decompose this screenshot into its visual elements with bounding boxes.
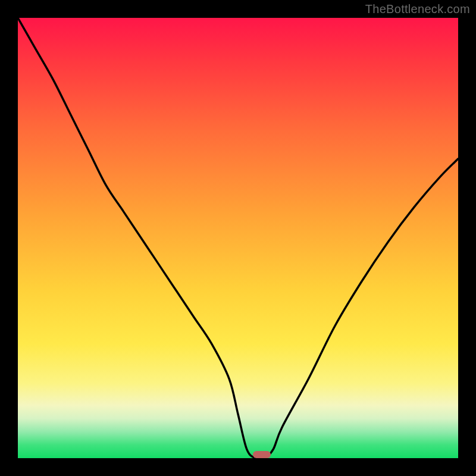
watermark-text: TheBottleneck.com [365,2,470,16]
chart-stage: TheBottleneck.com [0,0,476,476]
bottleneck-curve [18,18,458,458]
optimal-point-marker [253,451,271,458]
plot-area [18,18,458,458]
